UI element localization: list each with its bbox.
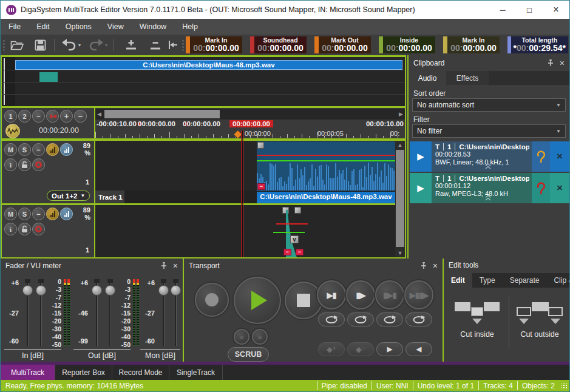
track1-meter-pre-icon[interactable] xyxy=(46,143,59,156)
track1-clip-label[interactable]: C:\Users\nin\Desktop\Maus-48.mp3.wav xyxy=(257,192,395,203)
track2-record-arm-button[interactable] xyxy=(32,223,45,235)
track1-audio-clip[interactable]: − xyxy=(257,141,395,191)
collapse-button[interactable]: − xyxy=(32,110,45,123)
tab-reporter-box[interactable]: Reporter Box xyxy=(55,365,112,380)
clip-fade-handle[interactable] xyxy=(257,142,264,149)
undo-icon[interactable]: ▾ xyxy=(59,38,83,52)
track1-name-tab[interactable]: Track 1 xyxy=(95,191,124,203)
cut-outside-icon[interactable] xyxy=(517,301,563,328)
project-overview[interactable]: C:\Users\nin\Desktop\Maus-48.mp3.wav xyxy=(2,57,405,106)
loop-3-icon[interactable] xyxy=(376,313,403,326)
playhead-line[interactable] xyxy=(241,130,243,257)
open-file-icon[interactable] xyxy=(8,38,26,52)
clip2-gain-handle-right[interactable]: − xyxy=(296,249,304,255)
clipboard-item[interactable]: ▶ T1C:\Users\nin\Desktop\ 00:00:01.12 Ra… xyxy=(410,173,569,203)
cut-outside-label[interactable]: Cut outside xyxy=(512,330,567,339)
clip2-green-level-line[interactable] xyxy=(273,232,305,233)
goto-start-icon[interactable] xyxy=(166,38,180,52)
menu-window[interactable]: Window xyxy=(132,19,174,35)
filter-select[interactable]: No filter▼ xyxy=(412,124,566,138)
track2-lane[interactable]: v − − xyxy=(95,205,405,257)
play-around-button[interactable]: ▶▮▮▶ xyxy=(404,280,433,309)
minimize-button[interactable]: ─ xyxy=(489,1,516,19)
tab-clip-insert[interactable]: Clip & In xyxy=(546,273,570,288)
play-from-mark-button[interactable]: ▮▶ xyxy=(346,280,375,309)
horizontal-scrollbar[interactable]: ◀ ▶ xyxy=(95,109,405,120)
clip-green-level-line[interactable] xyxy=(257,160,395,161)
chevron-up-icon[interactable] xyxy=(484,195,492,201)
toolbar-grip[interactable] xyxy=(182,39,184,50)
prev-marker-button[interactable]: ◀ xyxy=(405,342,432,356)
toolbar-grip[interactable] xyxy=(3,39,5,50)
pin-icon[interactable] xyxy=(547,59,554,67)
tab-multitrack[interactable]: MultiTrack xyxy=(1,365,55,380)
item-prelisten-ear-icon[interactable] xyxy=(532,173,550,203)
clip2-red-level-line[interactable] xyxy=(276,223,308,225)
menu-edit[interactable]: Edit xyxy=(29,19,58,35)
track1-record-arm-button[interactable] xyxy=(32,158,45,171)
zoom-to-selection-icon[interactable]: ▶◀ xyxy=(46,110,59,123)
tab-separate[interactable]: Separate xyxy=(503,273,547,288)
clip2-v-button[interactable]: v xyxy=(290,235,299,243)
menu-file[interactable]: File xyxy=(1,19,29,35)
item-delete-icon[interactable]: × xyxy=(550,173,569,203)
chevron-up-icon[interactable] xyxy=(484,163,492,169)
time-ruler[interactable]: 00:00:00 00:00:05 00: ◆ xyxy=(95,129,405,138)
scrub-button[interactable]: SCRUB xyxy=(228,347,269,362)
menu-help[interactable]: Help xyxy=(174,19,206,35)
view-1-button[interactable]: 1 xyxy=(4,110,17,123)
scroll-up-icon[interactable]: ▲ xyxy=(395,141,405,149)
item-play-icon[interactable]: ▶ xyxy=(410,173,432,203)
forward-button[interactable]: » xyxy=(252,329,268,345)
tab-singletrack[interactable]: SingleTrack xyxy=(169,365,223,380)
tab-type[interactable]: Type xyxy=(472,273,503,288)
track1-lock-icon[interactable] xyxy=(18,158,31,171)
cut-inside-icon[interactable] xyxy=(455,301,501,328)
item-play-icon[interactable]: ▶ xyxy=(410,141,432,172)
item-prelisten-ear-icon[interactable] xyxy=(532,141,550,172)
track2-meter-pre-icon[interactable] xyxy=(46,208,59,220)
scroll-down-icon[interactable]: ▼ xyxy=(395,249,405,257)
add-marker-button[interactable]: ◆⁺ xyxy=(318,342,345,356)
save-icon[interactable] xyxy=(31,38,49,52)
overview-clip-block[interactable] xyxy=(39,72,58,82)
maximize-button[interactable]: □ xyxy=(516,1,543,19)
track2-mute-button[interactable]: M xyxy=(4,208,17,220)
loop-4-icon[interactable] xyxy=(405,313,432,326)
track1-solo-button[interactable]: S xyxy=(18,143,31,156)
track1-info-button[interactable]: i xyxy=(4,158,17,171)
track1-minimize-button[interactable]: − xyxy=(32,143,45,156)
item-delete-icon[interactable]: × xyxy=(550,141,569,172)
track2-minimize-button[interactable]: − xyxy=(32,208,45,220)
zoom-out-icon[interactable] xyxy=(146,38,165,52)
stop-button[interactable] xyxy=(285,282,322,319)
track1-output-select[interactable]: Out 1+2▼ xyxy=(47,191,90,201)
track1-meter-post-icon[interactable] xyxy=(60,143,73,156)
play-to-mark-button[interactable]: ▶▮ xyxy=(317,280,346,309)
zoom-in-time-button[interactable]: + xyxy=(60,110,73,123)
scroll-right-icon[interactable]: ▶ xyxy=(397,109,405,120)
track2-solo-button[interactable]: S xyxy=(18,208,31,220)
track2-info-button[interactable]: i xyxy=(4,223,17,235)
play-clip-button[interactable]: ▮▶▮ xyxy=(375,280,404,309)
cut-inside-label[interactable]: Cut inside xyxy=(450,330,504,339)
clip-gain-handle[interactable]: − xyxy=(257,183,265,190)
resize-grip[interactable] xyxy=(562,383,568,389)
loop-1-icon[interactable] xyxy=(318,313,345,326)
tab-audio[interactable]: Audio xyxy=(409,71,446,85)
view-2-button[interactable]: 2 xyxy=(18,110,31,123)
record-button[interactable] xyxy=(195,283,229,317)
undo-caret-icon[interactable]: ▾ xyxy=(78,42,81,48)
track1-mute-button[interactable]: M xyxy=(4,143,17,156)
scrollbar-thumb[interactable] xyxy=(104,110,220,118)
track1-lane[interactable]: Track 1 − C:\Users\nin\Desktop\Maus-48.m… xyxy=(95,141,405,203)
play-button[interactable] xyxy=(234,277,281,324)
track2-lock-icon[interactable] xyxy=(18,223,31,235)
clipboard-item[interactable]: ▶ T1C:\Users\nin\Desktop\ 00:00:28.53 BW… xyxy=(410,141,569,172)
close-button[interactable]: × xyxy=(543,1,569,19)
pin-icon[interactable] xyxy=(420,262,427,269)
menu-view[interactable]: View xyxy=(100,19,132,35)
close-panel-icon[interactable]: × xyxy=(560,60,565,66)
tab-effects[interactable]: Effects xyxy=(446,71,489,85)
loop-2-icon[interactable] xyxy=(347,313,374,326)
